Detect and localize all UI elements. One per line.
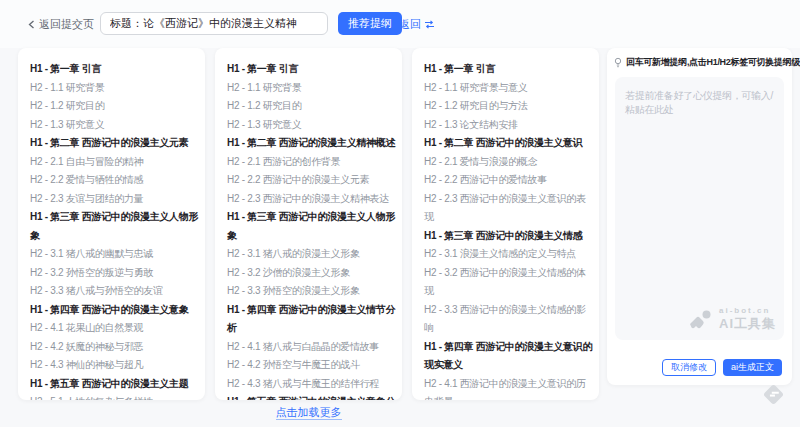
floating-widget-icon[interactable] (763, 384, 784, 405)
outline-row-h1[interactable]: H1 - 第二章 西游记的浪漫主义精神概述 (227, 134, 398, 153)
return-link-label: 返回 (399, 17, 421, 32)
panel-tip: 回车可新增提纲,点击H1/H2标签可切换提纲级别 (613, 57, 789, 68)
custom-outline-textarea[interactable] (615, 77, 784, 340)
panel-tip-text: 回车可新增提纲,点击H1/H2标签可切换提纲级别 (626, 57, 800, 68)
load-more-wrap: 点击加载更多 (18, 402, 599, 420)
outline-row-h2[interactable]: H2 - 2.1 自由与冒险的精神 (30, 153, 201, 172)
outline-row-h2[interactable]: H2 - 4.1 猪八戒与白晶晶的爱情故事 (227, 338, 398, 357)
ai-generate-button[interactable]: ai生成正文 (723, 359, 782, 376)
outline-row-h2[interactable]: H2 - 3.3 孙悟空的浪漫主义形象 (227, 282, 398, 301)
outline-row-h2[interactable]: H2 - 3.1 浪漫主义情感的定义与特点 (424, 245, 595, 264)
outline-row-h2[interactable]: H2 - 3.3 猪八戒与孙悟空的友谊 (30, 282, 201, 301)
back-to-submit-link[interactable]: 返回提交页 (28, 17, 94, 32)
outline-row-h1[interactable]: H1 - 第五章 西游记中的浪漫主义主题 (30, 375, 201, 394)
outline-row-h2[interactable]: H2 - 3.3 西游记中的浪漫主义情感的影响 (424, 301, 595, 338)
outline-row-h2[interactable]: H2 - 5.1 人性的复杂与多样性 (30, 393, 201, 400)
outline-row-h2[interactable]: H2 - 1.2 研究目的与方法 (424, 97, 595, 116)
outline-row-h2[interactable]: H2 - 1.1 研究背景与意义 (424, 79, 595, 98)
outline-option-card[interactable]: H1 - 第一章 引言H2 - 1.1 研究背景与意义H2 - 1.2 研究目的… (412, 48, 599, 400)
load-more-link[interactable]: 点击加载更多 (276, 406, 342, 420)
back-link-label: 返回提交页 (39, 17, 94, 32)
outline-row-h2[interactable]: H2 - 1.1 研究背景 (227, 79, 398, 98)
outline-edit-panel: 回车可新增提纲,点击H1/H2标签可切换提纲级别 ai-bot.cn AI工具集… (607, 48, 792, 385)
outline-row-h1[interactable]: H1 - 第二章 西游记中的浪漫主义意识 (424, 134, 595, 153)
outline-option-card[interactable]: H1 - 第一章 引言H2 - 1.1 研究背景H2 - 1.2 研究目的H2 … (215, 48, 402, 400)
lightbulb-icon (613, 57, 623, 68)
outline-row-h2[interactable]: H2 - 1.2 研究目的 (30, 97, 201, 116)
outline-row-h1[interactable]: H1 - 第一章 引言 (424, 60, 595, 79)
outline-row-h2[interactable]: H2 - 2.2 爱情与牺牲的情感 (30, 171, 201, 190)
outline-row-h2[interactable]: H2 - 1.3 研究意义 (227, 116, 398, 135)
panel-buttons: 取消修改 ai生成正文 (662, 359, 782, 376)
outline-row-h2[interactable]: H2 - 4.2 妖魔的神秘与邪恶 (30, 338, 201, 357)
outline-row-h2[interactable]: H2 - 2.3 友谊与团结的力量 (30, 190, 201, 209)
top-bar: 返回提交页 推荐提纲 返回 (0, 0, 800, 48)
chevron-left-icon (28, 20, 35, 29)
swap-arrows-icon (424, 20, 435, 29)
outline-row-h1[interactable]: H1 - 第三章 西游记中的浪漫主义情感 (424, 227, 595, 246)
outline-row-h1[interactable]: H1 - 第三章 西游记中的浪漫主义人物形象 (30, 208, 201, 245)
outline-row-h2[interactable]: H2 - 3.2 西游记中的浪漫主义情感的体现 (424, 264, 595, 301)
outline-row-h1[interactable]: H1 - 第三章 西游记中的浪漫主义人物形象 (227, 208, 398, 245)
outline-row-h1[interactable]: H1 - 第一章 引言 (227, 60, 398, 79)
outline-row-h2[interactable]: H2 - 2.3 西游记中的浪漫主义精神表达 (227, 190, 398, 209)
outline-row-h1[interactable]: H1 - 第一章 引言 (30, 60, 201, 79)
recommend-outline-button[interactable]: 推荐提纲 (338, 12, 402, 35)
outline-row-h2[interactable]: H2 - 4.3 神仙的神秘与超凡 (30, 356, 201, 375)
outline-row-h1[interactable]: H1 - 第二章 西游记中的浪漫主义元素 (30, 134, 201, 153)
outline-row-h2[interactable]: H2 - 3.1 猪八戒的幽默与忠诚 (30, 245, 201, 264)
cancel-edit-button[interactable]: 取消修改 (662, 359, 716, 376)
outline-row-h2[interactable]: H2 - 3.1 猪八戒的浪漫主义形象 (227, 245, 398, 264)
outline-row-h2[interactable]: H2 - 4.2 孙悟空与牛魔王的战斗 (227, 356, 398, 375)
outline-option-card[interactable]: H1 - 第一章 引言H2 - 1.1 研究背景H2 - 1.2 研究目的H2 … (18, 48, 205, 400)
outline-row-h2[interactable]: H2 - 3.2 孙悟空的叛逆与勇敢 (30, 264, 201, 283)
outline-row-h2[interactable]: H2 - 4.3 猪八戒与牛魔王的结伴行程 (227, 375, 398, 394)
outline-row-h1[interactable]: H1 - 第四章 西游记中的浪漫主义意识的现实意义 (424, 338, 595, 375)
title-input[interactable] (100, 12, 328, 35)
outline-row-h2[interactable]: H2 - 1.1 研究背景 (30, 79, 201, 98)
outline-row-h1[interactable]: H1 - 第四章 西游记中的浪漫主义情节分析 (227, 301, 398, 338)
outline-row-h2[interactable]: H2 - 2.3 西游记中的浪漫主义意识的表现 (424, 190, 595, 227)
outline-row-h2[interactable]: H2 - 3.2 沙僧的浪漫主义形象 (227, 264, 398, 283)
outline-row-h2[interactable]: H2 - 2.2 西游记中的浪漫主义元素 (227, 171, 398, 190)
outline-row-h2[interactable]: H2 - 4.1 西游记中的浪漫主义意识的历史背景 (424, 375, 595, 401)
outline-row-h1[interactable]: H1 - 第四章 西游记中的浪漫主义意象 (30, 301, 201, 320)
outline-row-h1[interactable]: H1 - 第五章 西游记中的浪漫主义意象分析 (227, 393, 398, 400)
outline-row-h2[interactable]: H2 - 1.3 研究意义 (30, 116, 201, 135)
outline-row-h2[interactable]: H2 - 1.3 论文结构安排 (424, 116, 595, 135)
outline-columns: H1 - 第一章 引言H2 - 1.1 研究背景H2 - 1.2 研究目的H2 … (18, 48, 599, 400)
outline-row-h2[interactable]: H2 - 2.1 西游记的创作背景 (227, 153, 398, 172)
outline-row-h2[interactable]: H2 - 4.1 花果山的自然景观 (30, 319, 201, 338)
outline-row-h2[interactable]: H2 - 2.1 爱情与浪漫的概念 (424, 153, 595, 172)
outline-row-h2[interactable]: H2 - 2.2 西游记中的爱情故事 (424, 171, 595, 190)
return-link[interactable]: 返回 (399, 17, 435, 32)
outline-row-h2[interactable]: H2 - 1.2 研究目的 (227, 97, 398, 116)
